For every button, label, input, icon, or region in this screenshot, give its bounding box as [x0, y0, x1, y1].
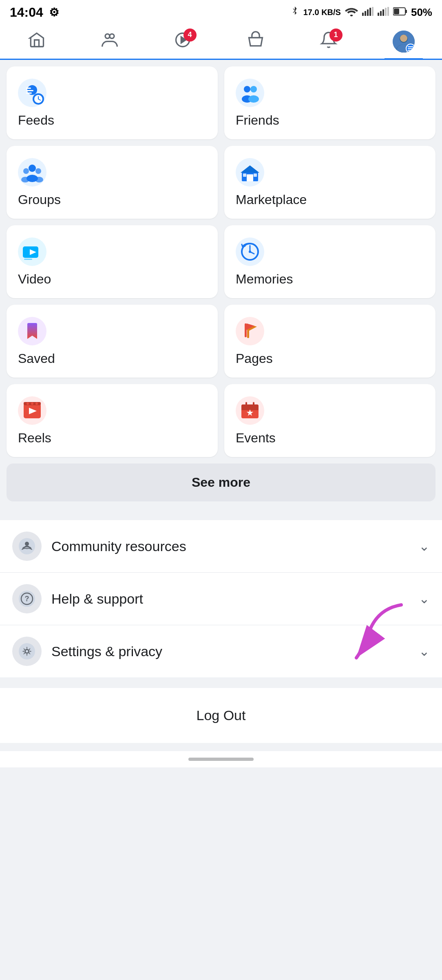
settings-icon-wrap — [12, 637, 42, 666]
bluetooth-icon — [290, 6, 299, 20]
see-more-button[interactable]: See more — [7, 464, 435, 501]
svg-point-14 — [110, 34, 114, 38]
marketplace-nav-icon — [247, 31, 265, 53]
menu-card-saved[interactable]: Saved — [7, 305, 218, 378]
friends-icon — [236, 79, 264, 107]
svg-rect-28 — [26, 90, 33, 91]
nav-watch[interactable]: 4 — [166, 28, 200, 59]
svg-rect-2 — [367, 9, 369, 16]
menu-card-pages[interactable]: Pages — [224, 305, 435, 378]
menu-card-feeds[interactable]: Feeds — [7, 66, 218, 139]
svg-rect-5 — [378, 13, 379, 16]
svg-rect-11 — [405, 10, 407, 13]
help-support-row[interactable]: ? Help & support ⌄ — [0, 573, 442, 625]
help-chevron: ⌄ — [419, 591, 430, 606]
logout-button[interactable]: Log Out — [12, 696, 430, 735]
menu-card-reels[interactable]: Reels — [7, 384, 218, 457]
menu-card-groups[interactable]: Groups — [7, 146, 218, 219]
home-icon — [28, 31, 46, 53]
pages-label: Pages — [236, 351, 424, 366]
svg-rect-24 — [408, 50, 413, 51]
svg-point-35 — [244, 86, 250, 92]
nav-menu[interactable] — [385, 27, 423, 60]
video-label: Video — [18, 272, 206, 287]
saved-label: Saved — [18, 351, 206, 366]
svg-point-41 — [23, 168, 29, 174]
events-icon — [236, 396, 264, 425]
pages-icon — [236, 317, 264, 345]
svg-point-61 — [236, 317, 264, 345]
nav-notifications[interactable]: 1 — [312, 28, 346, 59]
svg-text:?: ? — [25, 595, 29, 603]
status-time: 14:04 — [10, 5, 43, 20]
events-label: Events — [236, 431, 424, 446]
logout-section: Log Out — [0, 688, 442, 743]
home-bar-indicator — [188, 758, 254, 761]
battery-percent: 50% — [411, 6, 432, 19]
nav-marketplace[interactable] — [239, 28, 273, 59]
svg-rect-22 — [408, 46, 413, 47]
nav-friends[interactable] — [93, 28, 127, 59]
memories-label: Memories — [236, 272, 424, 287]
watch-badge: 4 — [183, 29, 197, 42]
menu-card-marketplace[interactable]: Marketplace — [224, 146, 435, 219]
menu-card-events[interactable]: Events — [224, 384, 435, 457]
settings-section: Community resources ⌄ ? Help & support ⌄ — [0, 520, 442, 677]
svg-point-40 — [29, 165, 36, 172]
svg-rect-54 — [24, 259, 32, 260]
svg-rect-3 — [369, 8, 371, 16]
svg-rect-29 — [26, 92, 32, 94]
main-content: Feeds Friends — [0, 60, 442, 516]
groups-label: Groups — [18, 192, 206, 207]
status-bar: 14:04 ⚙ 17.0 KB/S — [0, 0, 442, 23]
svg-rect-4 — [372, 7, 373, 16]
friends-label: Friends — [236, 113, 424, 128]
svg-point-70 — [27, 402, 29, 405]
svg-point-87 — [26, 650, 28, 653]
wifi-icon — [345, 6, 358, 19]
memories-icon — [236, 237, 264, 266]
svg-rect-27 — [26, 88, 31, 89]
marketplace-icon — [236, 158, 264, 187]
status-right: 17.0 KB/S — [290, 6, 432, 20]
menu-card-memories[interactable]: Memories — [224, 225, 435, 298]
svg-point-71 — [31, 402, 33, 405]
community-resources-row[interactable]: Community resources ⌄ — [0, 520, 442, 573]
svg-rect-7 — [382, 9, 384, 16]
svg-point-38 — [248, 95, 259, 103]
reels-icon — [18, 396, 46, 425]
nav-home[interactable] — [20, 28, 54, 59]
svg-point-72 — [35, 402, 38, 405]
settings-chevron: ⌄ — [419, 644, 430, 659]
svg-point-45 — [35, 177, 43, 182]
friends-nav-icon — [101, 31, 119, 53]
signal2-icon — [378, 7, 389, 18]
menu-card-friends[interactable]: Friends — [224, 66, 435, 139]
menu-badge — [406, 44, 415, 53]
community-chevron: ⌄ — [419, 538, 430, 554]
svg-rect-6 — [380, 11, 382, 16]
status-left: 14:04 ⚙ — [10, 5, 59, 20]
svg-rect-23 — [408, 48, 413, 49]
signal-icon — [362, 7, 373, 18]
community-label: Community resources — [51, 538, 419, 554]
nav-bar: 4 1 — [0, 23, 442, 60]
svg-point-39 — [18, 158, 46, 187]
svg-rect-49 — [243, 174, 246, 177]
logout-divider — [0, 678, 442, 684]
svg-rect-12 — [394, 9, 399, 14]
settings-privacy-row[interactable]: Settings & privacy ⌄ — [0, 625, 442, 677]
reels-label: Reels — [18, 431, 206, 446]
saved-icon — [18, 317, 46, 345]
svg-rect-78 — [253, 402, 254, 406]
menu-grid: Feeds Friends — [7, 66, 435, 457]
groups-icon — [18, 158, 46, 187]
menu-card-video[interactable]: Video — [7, 225, 218, 298]
svg-point-34 — [236, 79, 264, 107]
marketplace-label: Marketplace — [236, 192, 424, 207]
help-label: Help & support — [51, 591, 419, 607]
avatar — [393, 31, 415, 53]
svg-rect-48 — [247, 174, 253, 181]
svg-point-36 — [250, 86, 257, 92]
wifi-speed: 17.0 KB/S — [303, 8, 341, 17]
